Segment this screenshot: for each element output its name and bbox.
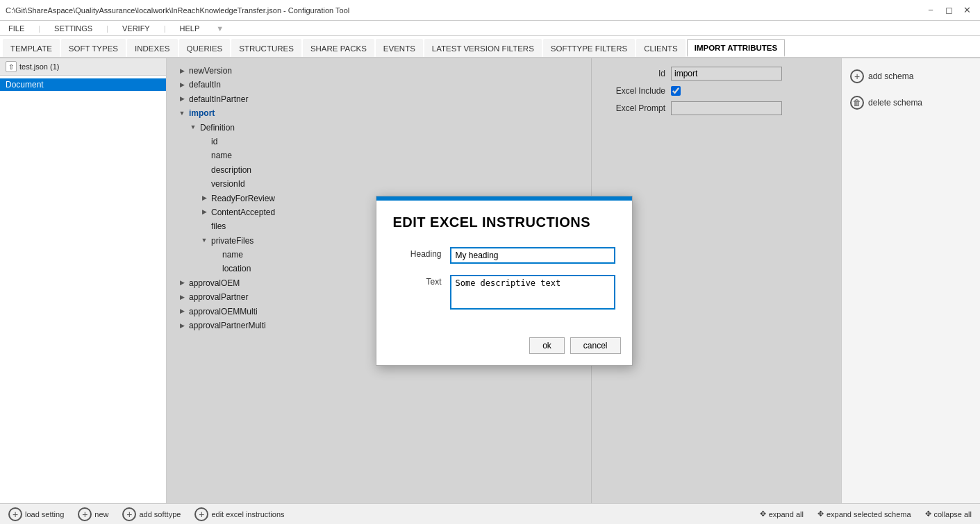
collapse-all-label: collapse all xyxy=(934,510,972,518)
expand-all-label: expand all xyxy=(769,510,804,518)
modal-text-label: Text xyxy=(393,275,442,287)
modal-heading-row: Heading xyxy=(393,247,615,264)
modal-cancel-button[interactable]: cancel xyxy=(570,337,621,354)
collapse-all-button[interactable]: ✥ collapse all xyxy=(925,509,972,518)
expand-selected-label: expand selected schema xyxy=(827,510,911,518)
modal-text-row: Text Some descriptive text xyxy=(393,275,615,310)
menu-settings[interactable]: SETTINGS xyxy=(51,23,95,34)
tab-soft-types[interactable]: SOFT TYPES xyxy=(61,39,126,57)
edit-excel-label: edit excel instructions xyxy=(211,510,284,518)
bottombar: + load setting + new + add softtype + ed… xyxy=(0,503,980,524)
tree-content: Document xyxy=(0,76,166,503)
titlebar-controls: − ◻ ✕ xyxy=(923,3,974,18)
collapse-all-icon: ✥ xyxy=(925,509,931,518)
expand-selected-button[interactable]: ✥ expand selected schema xyxy=(817,509,911,518)
tab-softtype-filters[interactable]: SOFTTYPE FILTERS xyxy=(543,39,635,57)
tree-header: ⇧ test.json (1) xyxy=(0,58,166,76)
right-panel: + add schema 🗑 delete schema xyxy=(841,58,980,503)
expand-selected-icon: ✥ xyxy=(817,509,824,518)
expand-all-button[interactable]: ✥ expand all xyxy=(760,509,804,518)
load-setting-label: load setting xyxy=(25,510,64,518)
tree-node-document[interactable]: Document xyxy=(0,78,166,91)
titlebar-title: C:\Git\ShareAspace\QualityAssurance\loca… xyxy=(6,6,349,15)
add-softtype-icon: + xyxy=(122,507,136,521)
add-schema-label: add schema xyxy=(868,71,913,81)
menu-help[interactable]: HELP xyxy=(177,23,203,34)
tab-import-attributes[interactable]: IMPORT ATTRIBUTES xyxy=(687,39,785,57)
new-button[interactable]: + new xyxy=(78,507,108,521)
edit-excel-button[interactable]: + edit excel instructions xyxy=(194,507,284,521)
main-layout: ⇧ test.json (1) Document ▶ newVersion ▶ … xyxy=(0,58,980,503)
menubar: FILE | SETTINGS | VERIFY | HELP ▼ xyxy=(0,21,980,36)
expand-all-icon: ✥ xyxy=(760,509,766,518)
restore-button[interactable]: ◻ xyxy=(941,3,956,18)
tab-share-packs[interactable]: SHARE PACKS xyxy=(303,39,374,57)
add-softtype-label: add softtype xyxy=(139,510,181,518)
edit-excel-icon: + xyxy=(194,507,208,521)
add-softtype-button[interactable]: + add softtype xyxy=(122,507,181,521)
tab-indexes[interactable]: INDEXES xyxy=(127,39,178,57)
modal-body: EDIT EXCEL INSTRUCTIONS Heading Text Som… xyxy=(376,201,632,332)
tree-header-label: test.json (1) xyxy=(19,62,59,71)
close-button[interactable]: ✕ xyxy=(959,3,974,18)
delete-schema-label: delete schema xyxy=(868,98,922,108)
add-schema-icon: + xyxy=(850,69,864,83)
modal-ok-button[interactable]: ok xyxy=(529,337,565,354)
left-panel: ⇧ test.json (1) Document xyxy=(0,58,167,503)
tab-queries[interactable]: QUERIES xyxy=(179,39,231,57)
delete-schema-button[interactable]: 🗑 delete schema xyxy=(847,93,974,112)
menu-file[interactable]: FILE xyxy=(6,23,27,34)
modal-footer: ok cancel xyxy=(376,332,632,365)
tab-clients[interactable]: CLIENTS xyxy=(636,39,686,57)
modal-text-textarea[interactable]: Some descriptive text xyxy=(450,275,615,310)
tab-events[interactable]: EVENTS xyxy=(376,39,423,57)
new-icon: + xyxy=(78,507,92,521)
tab-structures[interactable]: STRUCTURES xyxy=(231,39,301,57)
collapse-tree-button[interactable]: ⇧ xyxy=(6,61,17,72)
titlebar: C:\Git\ShareAspace\QualityAssurance\loca… xyxy=(0,0,980,21)
modal-heading-input[interactable] xyxy=(450,247,615,264)
minimize-button[interactable]: − xyxy=(923,3,938,18)
modal-heading-label: Heading xyxy=(393,247,442,259)
navtabs: TEMPLATE SOFT TYPES INDEXES QUERIES STRU… xyxy=(0,36,980,58)
center-panel: ▶ newVersion ▶ defaultIn ▶ defaultInPart… xyxy=(167,58,841,503)
menu-verify[interactable]: VERIFY xyxy=(119,23,153,34)
add-schema-button[interactable]: + add schema xyxy=(847,67,974,86)
new-label: new xyxy=(94,510,108,518)
modal-title: EDIT EXCEL INSTRUCTIONS xyxy=(393,214,615,230)
modal-dialog: EDIT EXCEL INSTRUCTIONS Heading Text Som… xyxy=(376,196,633,366)
load-setting-icon: + xyxy=(8,507,22,521)
load-setting-button[interactable]: + load setting xyxy=(8,507,64,521)
tab-latest-version-filters[interactable]: LATEST VERSION FILTERS xyxy=(424,39,542,57)
delete-schema-icon: 🗑 xyxy=(850,96,864,110)
modal-overlay: EDIT EXCEL INSTRUCTIONS Heading Text Som… xyxy=(167,58,841,503)
tab-template[interactable]: TEMPLATE xyxy=(3,39,60,57)
